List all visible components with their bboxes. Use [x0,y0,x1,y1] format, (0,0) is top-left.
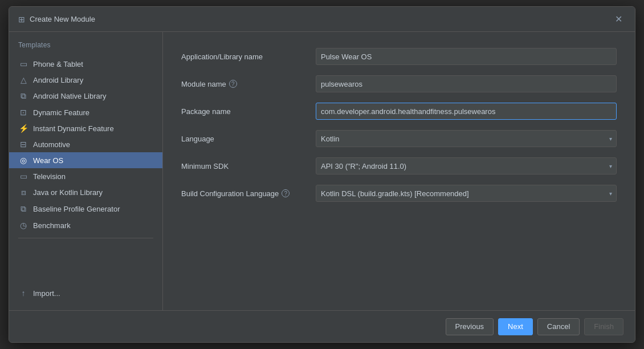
sidebar-divider [18,238,153,238]
sidebar-item-baseline-profile[interactable]: ⧉ Baseline Profile Generator [9,201,162,217]
input-app-library-name[interactable] [316,48,617,65]
automotive-icon: ⊟ [18,140,28,149]
next-button[interactable]: Next [498,318,533,335]
dynamic-feature-icon: ⊡ [18,108,28,117]
sidebar-item-wear-os[interactable]: ◎ Wear OS [9,152,162,168]
sidebar-item-television[interactable]: ▭ Television [9,168,162,184]
wear-os-icon: ◎ [18,156,28,165]
sidebar-item-label: Dynamic Feature [33,108,89,117]
sidebar-item-label: Import... [33,289,60,298]
label-build-config-language: Build Configuration Language ? [181,189,307,198]
sidebar-item-phone-tablet[interactable]: ▭ Phone & Tablet [9,56,162,72]
finish-button: Finish [584,318,623,335]
dialog-footer: Previous Next Cancel Finish [9,310,635,342]
sidebar-item-java-kotlin-library[interactable]: ⧈ Java or Kotlin Library [9,184,162,201]
import-icon: ↑ [18,289,28,298]
label-language: Language [181,135,307,143]
sidebar-item-label: Television [33,172,66,181]
java-kotlin-library-icon: ⧈ [18,188,28,197]
android-library-icon: △ [18,75,28,84]
sidebar-item-android-library[interactable]: △ Android Library [9,72,162,88]
form-row-language: Language Kotlin Java ▾ [181,130,617,147]
label-minimum-sdk: Minimum SDK [181,162,307,171]
sidebar-item-label: Baseline Profile Generator [33,205,120,213]
television-icon: ▭ [18,172,28,181]
dialog-icon: ⊞ [18,15,25,24]
form-row-build-config-language: Build Configuration Language ? Kotlin DS… [181,185,617,202]
previous-button[interactable]: Previous [446,318,494,335]
sidebar-item-label: Automotive [33,140,70,149]
input-package-name[interactable] [316,103,617,120]
sidebar-item-automotive[interactable]: ⊟ Automotive [9,136,162,152]
minimum-sdk-select-wrapper: API 30 ("R"; Android 11.0) API 21 ("Loll… [316,157,617,174]
sidebar-item-label: Benchmark [33,221,71,230]
sidebar-item-label: Android Library [33,76,83,84]
sidebar-item-instant-dynamic-feature[interactable]: ⚡ Instant Dynamic Feature [9,120,162,136]
language-select-wrapper: Kotlin Java ▾ [316,130,617,147]
android-native-library-icon: ⧉ [18,91,28,101]
sidebar-item-label: Wear OS [33,156,63,165]
form-row-package-name: Package name [181,103,617,120]
sidebar-item-benchmark[interactable]: ◷ Benchmark [9,217,162,233]
title-bar: ⊞ Create New Module ✕ [9,7,635,32]
label-app-library-name: Application/Library name [181,52,307,61]
sidebar-item-android-native-library[interactable]: ⧉ Android Native Library [9,88,162,104]
label-module-name: Module name ? [181,80,307,88]
dialog-title: Create New Module [30,15,95,23]
dialog-body: Templates ▭ Phone & Tablet △ Android Lib… [9,32,635,310]
main-content: Application/Library name Module name ? P… [163,32,635,310]
select-minimum-sdk[interactable]: API 30 ("R"; Android 11.0) API 21 ("Loll… [316,157,617,174]
benchmark-icon: ◷ [18,221,28,230]
title-bar-left: ⊞ Create New Module [18,15,95,24]
sidebar-item-dynamic-feature[interactable]: ⊡ Dynamic Feature [9,104,162,120]
form-row-app-library-name: Application/Library name [181,48,617,65]
phone-tablet-icon: ▭ [18,59,28,68]
sidebar-item-label: Java or Kotlin Library [33,188,103,197]
input-module-name[interactable] [316,75,617,92]
create-new-module-dialog: ⊞ Create New Module ✕ Templates ▭ Phone … [9,6,635,343]
sidebar-section-label: Templates [9,41,162,56]
close-button[interactable]: ✕ [612,14,626,25]
select-language[interactable]: Kotlin Java [316,130,617,147]
baseline-profile-icon: ⧉ [18,204,28,214]
module-name-help-icon[interactable]: ? [229,80,237,88]
form-row-minimum-sdk: Minimum SDK API 30 ("R"; Android 11.0) A… [181,157,617,174]
instant-dynamic-feature-icon: ⚡ [18,124,28,133]
cancel-button[interactable]: Cancel [537,318,580,335]
sidebar-item-import[interactable]: ↑ Import... [9,284,162,301]
label-package-name: Package name [181,107,307,116]
select-build-config-language[interactable]: Kotlin DSL (build.gradle.kts) [Recommend… [316,185,617,202]
sidebar-item-label: Android Native Library [33,92,107,100]
sidebar-item-label: Instant Dynamic Feature [33,124,114,133]
sidebar: Templates ▭ Phone & Tablet △ Android Lib… [9,32,163,310]
sidebar-item-label: Phone & Tablet [33,60,83,68]
build-config-select-wrapper: Kotlin DSL (build.gradle.kts) [Recommend… [316,185,617,202]
build-config-help-icon[interactable]: ? [282,189,290,197]
form-row-module-name: Module name ? [181,75,617,92]
